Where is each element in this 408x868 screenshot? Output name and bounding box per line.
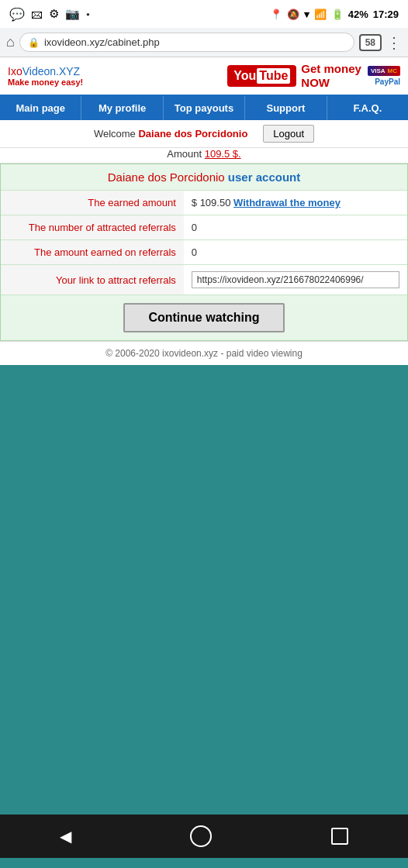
table-row-referral-link: Your link to attract referrals	[1, 265, 407, 295]
welcome-text-container: Welcome Daiane dos Porcidonio	[94, 128, 247, 140]
signal-icon: 📶	[314, 9, 327, 20]
status-bar: 💬 🖂 ⚙ 📷 ● 📍 🔕 ▾ 📶 🔋 42% 17:29	[0, 0, 408, 28]
site-header: IxoVideon.XYZ Make money easy! YouTube G…	[0, 57, 408, 96]
mute-icon: 🔕	[287, 9, 299, 20]
browser-chrome: ⌂ 🔒 ixovideon.xyz/cabinet.php 58 ⋮	[0, 28, 408, 57]
logo-videon: Videon	[22, 65, 56, 78]
whatsapp-icon: 💬	[9, 7, 25, 22]
referral-link-cell	[184, 265, 407, 295]
battery-percent: 42%	[348, 9, 368, 20]
earned-label: The earned amount	[1, 191, 184, 215]
android-home-button[interactable]	[190, 825, 212, 847]
referrals-amount-label: The amount earned on referrals	[1, 240, 184, 265]
continue-btn-row: Continue watching	[1, 295, 407, 340]
lock-icon: 🔒	[28, 37, 40, 48]
url-text: ixovideon.xyz/cabinet.php	[44, 36, 346, 48]
wifi-icon: ▾	[304, 9, 309, 20]
location-icon: 📍	[270, 9, 282, 20]
referral-link-label: Your link to attract referrals	[1, 265, 184, 295]
payment-icons: VISA MC PayPal	[368, 66, 400, 86]
account-section: Daiane dos Porcidonio user account The e…	[0, 164, 408, 341]
amount-label: Amount	[167, 148, 202, 160]
battery-icon: 🔋	[331, 9, 344, 20]
nav-bar: Main page My profile Top payouts Support…	[0, 96, 408, 120]
status-bar-right-info: 📍 🔕 ▾ 📶 🔋 42% 17:29	[270, 9, 399, 20]
table-row-referrals-count: The number of attracted referrals 0	[1, 215, 407, 240]
browser-menu-button[interactable]: ⋮	[386, 33, 402, 52]
android-nav-bar: ◀	[0, 815, 408, 858]
logo-ixo: Ixo	[8, 65, 22, 78]
logo-section: IxoVideon.XYZ Make money easy!	[8, 65, 227, 87]
referrals-count-label: The number of attracted referrals	[1, 215, 184, 240]
nav-main-page[interactable]: Main page	[0, 96, 81, 120]
get-money-text: Get money NOW	[301, 62, 361, 90]
mc-label: MC	[388, 67, 397, 74]
youtube-you: You	[233, 69, 256, 83]
tab-count[interactable]: 58	[359, 34, 382, 51]
nav-faq[interactable]: F.A.Q.	[327, 96, 408, 120]
nav-my-profile[interactable]: My profile	[81, 96, 163, 120]
welcome-username: Daiane dos Porcidonio	[138, 128, 247, 140]
table-row-earned: The earned amount $ 109.50 Withdrawal th…	[1, 191, 407, 215]
referrals-amount-value: 0	[184, 240, 407, 265]
paypal-label: PayPal	[375, 78, 400, 86]
logout-button[interactable]: Logout	[263, 125, 314, 143]
clock: 17:29	[373, 9, 399, 20]
table-row-referrals-amount: The amount earned on referrals 0	[1, 240, 407, 265]
header-promo: YouTube Get money NOW VISA MC PayPal	[227, 62, 400, 90]
settings-icon: ⚙	[49, 7, 59, 21]
website-content: IxoVideon.XYZ Make money easy! YouTube G…	[0, 57, 408, 365]
referral-link-input[interactable]	[192, 271, 399, 288]
welcome-bar: Welcome Daiane dos Porcidonio Logout	[0, 120, 408, 148]
status-bar-left-icons: 💬 🖂 ⚙ 📷 ●	[9, 7, 90, 22]
nav-support[interactable]: Support	[245, 96, 327, 120]
android-recents-button[interactable]	[331, 828, 348, 845]
visa-label: VISA	[371, 67, 386, 74]
youtube-tube: Tube	[257, 68, 290, 84]
android-back-button[interactable]: ◀	[60, 827, 71, 846]
welcome-section: Welcome Daiane dos Porcidonio Logout Amo…	[0, 120, 408, 164]
account-title: Daiane dos Porcidonio user account	[1, 164, 407, 191]
logo-tagline: Make money easy!	[8, 78, 227, 87]
instagram-icon: 📷	[65, 7, 80, 21]
youtube-logo: YouTube	[227, 65, 296, 87]
background-area	[0, 365, 408, 815]
amount-value-link[interactable]: 109.5 $.	[205, 148, 241, 160]
message-icon: 🖂	[31, 8, 43, 21]
nav-top-payouts[interactable]: Top payouts	[164, 96, 245, 120]
site-footer: © 2006-2020 ixovideon.xyz - paid video v…	[0, 341, 408, 365]
visa-mc-logos: VISA MC	[368, 66, 400, 76]
logo-title: IxoVideon.XYZ	[8, 65, 227, 78]
address-bar[interactable]: 🔒 ixovideon.xyz/cabinet.php	[19, 33, 354, 52]
welcome-label: Welcome	[94, 128, 136, 140]
referrals-count-value: 0	[184, 215, 407, 240]
earned-amount-value: $ 109.50	[192, 197, 231, 208]
earned-value: $ 109.50 Withdrawal the money	[184, 191, 407, 215]
account-username: Daiane dos Porcidonio	[108, 170, 225, 184]
home-button[interactable]: ⌂	[6, 34, 15, 50]
account-table: The earned amount $ 109.50 Withdrawal th…	[1, 191, 407, 295]
notification-dot: ●	[86, 11, 90, 18]
withdrawal-link[interactable]: Withdrawal the money	[233, 197, 341, 208]
amount-line: Amount 109.5 $.	[0, 148, 408, 163]
continue-watching-button[interactable]: Continue watching	[123, 303, 284, 332]
account-user-account-label: user account	[228, 170, 300, 184]
footer-text: © 2006-2020 ixovideon.xyz - paid video v…	[105, 348, 303, 359]
logo-xyz: .XYZ	[56, 65, 80, 78]
